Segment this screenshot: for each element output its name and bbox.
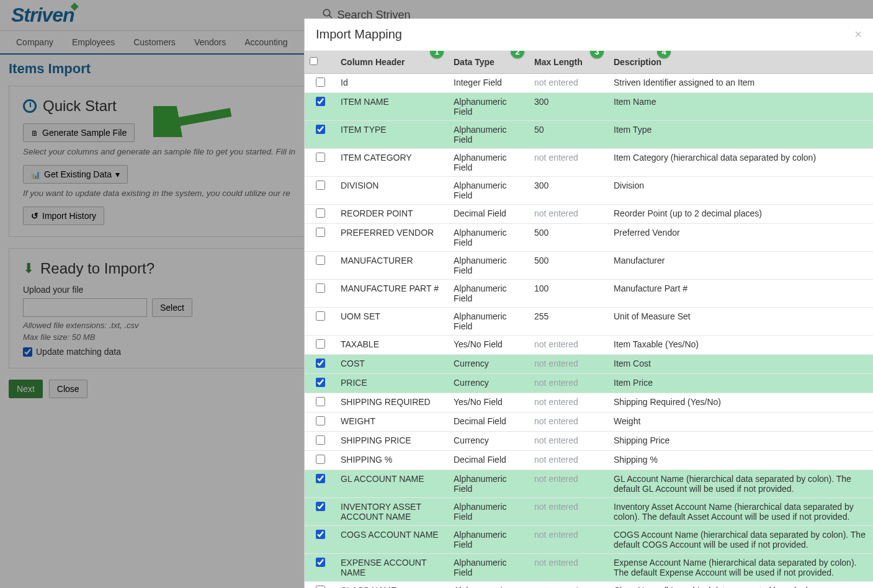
cell-header: Id (336, 74, 449, 93)
cell-type: Alphanumeric Field (449, 252, 529, 280)
mapping-table: Column Header 1 Data Type 2 Max Length 3… (305, 51, 873, 588)
cell-maxlength: 500 (529, 252, 609, 280)
table-row: COGS ACCOUNT NAMEAlphanumeric Fieldnot e… (305, 526, 873, 554)
cell-header: DIVISION (336, 177, 449, 205)
table-row: GL ACCOUNT NAMEAlphanumeric Fieldnot ent… (305, 470, 873, 498)
cell-maxlength: not entered (529, 582, 609, 589)
cell-type: Alphanumeric Field (449, 93, 529, 121)
cell-maxlength: not entered (529, 336, 609, 355)
table-row: IdInteger Fieldnot enteredStriven Identi… (305, 74, 873, 93)
table-row: SHIPPING PRICECurrencynot enteredShippin… (305, 432, 873, 451)
cell-type: Alphanumeric Field (449, 582, 529, 589)
table-row: ITEM TYPEAlphanumeric Field50Item Type (305, 121, 873, 149)
cell-header: SHIPPING PRICE (336, 432, 449, 451)
th-column-header: Column Header 1 (336, 51, 449, 74)
cell-header: TAXABLE (336, 336, 449, 355)
table-row: TAXABLEYes/No Fieldnot enteredItem Taxab… (305, 336, 873, 355)
row-checkbox[interactable] (316, 530, 325, 539)
cell-maxlength: not entered (529, 498, 609, 526)
cell-header: ITEM TYPE (336, 121, 449, 149)
badge-3-icon: 3 (590, 51, 604, 58)
close-icon[interactable]: × (854, 27, 862, 42)
row-checkbox[interactable] (316, 339, 325, 349)
cell-type: Alphanumeric Field (449, 224, 529, 252)
cell-header: MANUFACTURER (336, 252, 449, 280)
table-row: INVENTORY ASSET ACCOUNT NAMEAlphanumeric… (305, 498, 873, 526)
cell-description: Division (609, 177, 873, 205)
cell-header: UOM SET (336, 308, 449, 336)
row-checkbox[interactable] (316, 180, 325, 190)
cell-maxlength: 500 (529, 224, 609, 252)
cell-description: Shipping Price (609, 432, 873, 451)
cell-maxlength: not entered (529, 526, 609, 554)
row-checkbox[interactable] (316, 378, 325, 387)
cell-description: Shipping % (609, 451, 873, 470)
table-row: COSTCurrencynot enteredItem Cost (305, 355, 873, 374)
table-row: SHIPPING REQUIREDYes/No Fieldnot entered… (305, 393, 873, 412)
row-checkbox[interactable] (316, 78, 325, 87)
cell-maxlength: not entered (529, 374, 609, 393)
row-checkbox[interactable] (316, 416, 325, 425)
cell-header: WEIGHT (336, 412, 449, 432)
table-row: ITEM NAMEAlphanumeric Field300Item Name (305, 93, 873, 121)
cell-type: Alphanumeric Field (449, 526, 529, 554)
modal-title: Import Mapping (316, 27, 402, 42)
cell-maxlength: 50 (529, 121, 609, 149)
table-row: SHIPPING %Decimal Fieldnot enteredShippi… (305, 451, 873, 470)
cell-description: Class Name (hierarchical data separated … (609, 582, 873, 589)
row-checkbox[interactable] (316, 256, 325, 265)
cell-header: EXPENSE ACCOUNT NAME (336, 554, 449, 582)
cell-description: Item Type (609, 121, 873, 149)
row-checkbox[interactable] (316, 435, 325, 445)
row-checkbox[interactable] (316, 558, 325, 567)
badge-1-icon: 1 (430, 51, 444, 58)
cell-type: Integer Field (449, 74, 529, 93)
cell-header: CLASS NAME (336, 582, 449, 589)
table-row: EXPENSE ACCOUNT NAMEAlphanumeric Fieldno… (305, 554, 873, 582)
row-checkbox[interactable] (316, 283, 325, 293)
cell-maxlength: not entered (529, 451, 609, 470)
table-row: MANUFACTURE PART #Alphanumeric Field100M… (305, 280, 873, 308)
cell-type: Alphanumeric Field (449, 308, 529, 336)
row-checkbox[interactable] (316, 502, 325, 511)
cell-header: SHIPPING REQUIRED (336, 393, 449, 412)
row-checkbox[interactable] (316, 397, 325, 406)
th-data-type: Data Type 2 (449, 51, 529, 74)
row-checkbox[interactable] (316, 125, 325, 134)
cell-description: Preferred Vendor (609, 224, 873, 252)
cell-description: Unit of Measure Set (609, 308, 873, 336)
select-all-checkbox[interactable] (310, 57, 318, 65)
import-mapping-modal: Import Mapping × Column Header 1 Data Ty… (304, 19, 873, 588)
cell-description: Item Taxable (Yes/No) (609, 336, 873, 355)
cell-maxlength: not entered (529, 393, 609, 412)
table-row: PRICECurrencynot enteredItem Price (305, 374, 873, 393)
cell-maxlength: not entered (529, 355, 609, 374)
cell-description: Inventory Asset Account Name (hierarchic… (609, 498, 873, 526)
cell-header: MANUFACTURE PART # (336, 280, 449, 308)
row-checkbox[interactable] (316, 586, 325, 588)
cell-description: GL Account Name (hierarchical data separ… (609, 470, 873, 498)
row-checkbox[interactable] (316, 474, 325, 483)
table-row: REORDER POINTDecimal Fieldnot enteredReo… (305, 205, 873, 224)
cell-header: INVENTORY ASSET ACCOUNT NAME (336, 498, 449, 526)
row-checkbox[interactable] (316, 455, 325, 464)
cell-header: PREFERRED VENDOR (336, 224, 449, 252)
table-row: CLASS NAMEAlphanumeric Fieldnot enteredC… (305, 582, 873, 589)
row-checkbox[interactable] (316, 97, 325, 106)
cell-description: Item Price (609, 374, 873, 393)
cell-type: Alphanumeric Field (449, 149, 529, 177)
cell-maxlength: not entered (529, 554, 609, 582)
cell-maxlength: not entered (529, 205, 609, 224)
row-checkbox[interactable] (316, 311, 325, 321)
cell-header: PRICE (336, 374, 449, 393)
row-checkbox[interactable] (316, 208, 325, 218)
cell-header: GL ACCOUNT NAME (336, 470, 449, 498)
cell-header: SHIPPING % (336, 451, 449, 470)
row-checkbox[interactable] (316, 228, 325, 237)
cell-header: COST (336, 355, 449, 374)
row-checkbox[interactable] (316, 359, 325, 368)
cell-maxlength: 100 (529, 280, 609, 308)
cell-header: REORDER POINT (336, 205, 449, 224)
row-checkbox[interactable] (316, 153, 325, 162)
cell-type: Decimal Field (449, 451, 529, 470)
